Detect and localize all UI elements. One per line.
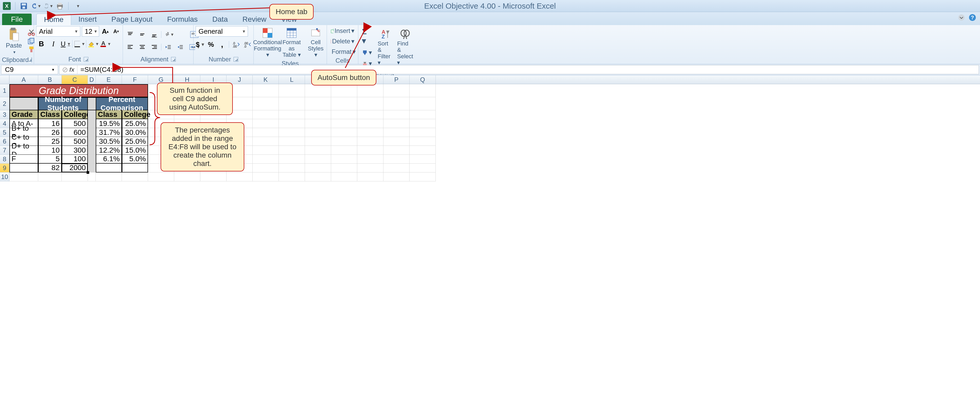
cell-P9[interactable] <box>383 163 410 173</box>
cell-pcollege-2[interactable]: 25.0% <box>122 137 148 146</box>
undo-button[interactable] <box>31 1 41 11</box>
cell-L4[interactable] <box>279 119 305 128</box>
print-icon[interactable] <box>55 1 65 11</box>
total-class[interactable]: 82 <box>38 163 62 173</box>
row-header-5[interactable]: 5 <box>0 128 10 137</box>
cell-A10[interactable] <box>10 173 38 181</box>
cell-O7[interactable] <box>357 146 383 155</box>
cell-M4[interactable] <box>305 119 331 128</box>
row-header-8[interactable]: 8 <box>0 155 10 163</box>
cell-pclass-3[interactable]: 12.2% <box>96 146 122 155</box>
fx-icon[interactable]: fx <box>69 67 75 73</box>
cell-Q8[interactable] <box>410 155 436 163</box>
cell-P10[interactable] <box>383 173 410 181</box>
cell-P8[interactable] <box>383 155 410 163</box>
cell-N7[interactable] <box>331 146 357 155</box>
cell-college-2[interactable]: 500 <box>62 137 88 146</box>
tab-insert[interactable]: Insert <box>71 14 104 25</box>
col-class2[interactable]: Class <box>96 110 122 119</box>
shrink-font-icon[interactable]: A▾ <box>111 27 121 36</box>
col-college[interactable]: College <box>62 110 88 119</box>
cell-I10[interactable] <box>200 173 226 181</box>
cell-pclass-2[interactable]: 30.5% <box>96 137 122 146</box>
cell-class-2[interactable]: 25 <box>38 137 62 146</box>
cell-pclass-4[interactable]: 6.1% <box>96 155 122 163</box>
cell-L1[interactable] <box>279 84 305 97</box>
cell-pcollege-4[interactable]: 5.0% <box>122 155 148 163</box>
align-right-icon[interactable] <box>149 42 159 52</box>
cell-L6[interactable] <box>279 137 305 146</box>
sort-filter-button[interactable]: AZ Sort &Filter ▾ <box>375 27 394 67</box>
align-top-icon[interactable] <box>125 30 135 39</box>
cell-H10[interactable] <box>174 173 200 181</box>
decrease-indent-icon[interactable] <box>163 42 173 52</box>
cell-M9[interactable] <box>305 163 331 173</box>
cell-L8[interactable] <box>279 155 305 163</box>
cell-N6[interactable] <box>331 137 357 146</box>
cell-M3[interactable] <box>305 110 331 119</box>
clipboard-launcher[interactable] <box>31 57 32 62</box>
cell-O1[interactable] <box>357 84 383 97</box>
cell-L5[interactable] <box>279 128 305 137</box>
cell-O4[interactable] <box>357 119 383 128</box>
cell-L10[interactable] <box>279 173 305 181</box>
cell-college-4[interactable]: 100 <box>62 155 88 163</box>
cell-pcollege-0[interactable]: 25.0% <box>122 119 148 128</box>
cell-Q1[interactable] <box>410 84 436 97</box>
cell-pclass-0[interactable]: 19.5% <box>96 119 122 128</box>
formula-input[interactable]: =SUM(C4:C8) <box>77 66 979 74</box>
cell-K1[interactable] <box>253 84 279 97</box>
cell-K6[interactable] <box>253 137 279 146</box>
align-left-icon[interactable] <box>125 42 135 52</box>
save-icon[interactable] <box>19 1 29 11</box>
col-header-D[interactable]: D <box>88 75 96 84</box>
decrease-decimal-icon[interactable]: .00.0 <box>243 40 251 49</box>
cell-M7[interactable] <box>305 146 331 155</box>
cell-L2[interactable] <box>279 97 305 110</box>
minimize-ribbon-icon[interactable] <box>958 14 966 21</box>
align-center-icon[interactable] <box>137 42 148 52</box>
cell-M8[interactable] <box>305 155 331 163</box>
cell-Q10[interactable] <box>410 173 436 181</box>
bold-button[interactable]: B <box>36 39 46 49</box>
row-header-9[interactable]: 9 <box>0 163 10 173</box>
col-header-B[interactable]: B <box>38 75 62 84</box>
cell-pcollege-1[interactable]: 30.0% <box>122 128 148 137</box>
delete-cells-button[interactable]: Delete ▾ <box>329 36 356 46</box>
cell-K7[interactable] <box>253 146 279 155</box>
select-all-corner[interactable] <box>0 75 10 84</box>
col-header-C[interactable]: C <box>62 75 88 84</box>
insert-cells-button[interactable]: Insert ▾ <box>329 26 356 36</box>
cell-pclass-1[interactable]: 31.7% <box>96 128 122 137</box>
cell-P2[interactable] <box>383 97 410 110</box>
cell-K5[interactable] <box>253 128 279 137</box>
tab-page-layout[interactable]: Page Layout <box>104 14 160 25</box>
cell-E10[interactable] <box>96 173 122 181</box>
cell-B10[interactable] <box>38 173 62 181</box>
cell-styles-button[interactable]: CellStyles ▾ <box>304 26 328 59</box>
cell-P6[interactable] <box>383 137 410 146</box>
cell-pcollege-3[interactable]: 15.0% <box>122 146 148 155</box>
fill-button[interactable]: ▾ <box>360 48 374 57</box>
cell-O10[interactable] <box>357 173 383 181</box>
cell-D10[interactable] <box>88 173 96 181</box>
hdr-percent[interactable]: Percent Comparison <box>96 97 148 110</box>
cell-Q6[interactable] <box>410 137 436 146</box>
cell-M2[interactable] <box>305 97 331 110</box>
file-tab[interactable]: File <box>2 14 32 25</box>
number-format-combo[interactable]: General <box>196 26 248 36</box>
cell-N1[interactable] <box>331 84 357 97</box>
format-as-table-button[interactable]: Format asTable ▾ <box>280 26 303 59</box>
align-bottom-icon[interactable] <box>149 30 159 39</box>
percent-format-icon[interactable]: % <box>207 40 215 49</box>
name-box[interactable]: C9▾ <box>1 65 58 74</box>
orientation-icon[interactable]: ab <box>163 30 173 39</box>
row-header-10[interactable]: 10 <box>0 173 10 181</box>
col-header-E[interactable]: E <box>96 75 122 84</box>
cell-M10[interactable] <box>305 173 331 181</box>
cell-O6[interactable] <box>357 137 383 146</box>
conditional-formatting-button[interactable]: ConditionalFormatting ▾ <box>256 26 279 59</box>
cell-class-0[interactable]: 16 <box>38 119 62 128</box>
tab-review[interactable]: Review <box>235 14 274 25</box>
col-header-Q[interactable]: Q <box>410 75 436 84</box>
